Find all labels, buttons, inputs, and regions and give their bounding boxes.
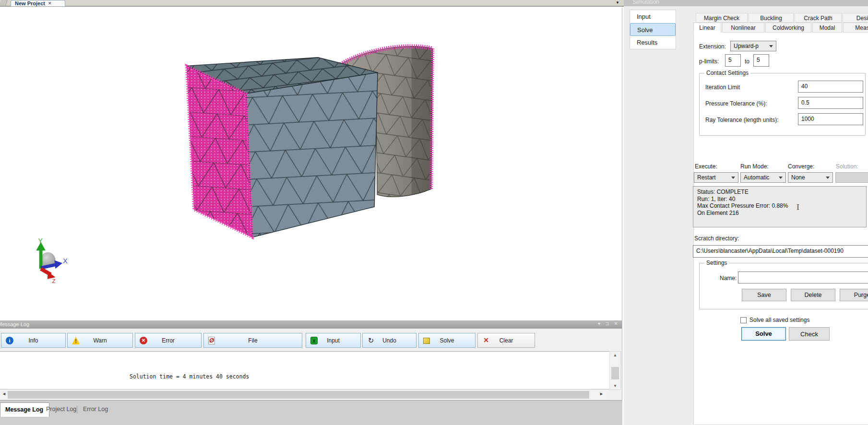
tab-design[interactable]: Design [843, 13, 868, 23]
clear-log-button[interactable]: ✕ Clear [477, 333, 535, 348]
warn-filter-button[interactable]: ! Warn [67, 333, 133, 348]
delete-settings-button[interactable]: Delete [791, 289, 835, 301]
pressure-tolerance-label: Pressure Tolerance (%): [705, 100, 767, 107]
save-settings-button[interactable]: Save [742, 289, 786, 301]
converge-dropdown[interactable]: None [788, 172, 833, 183]
cube-contact-face[interactable] [187, 66, 252, 237]
check-button[interactable]: Check [789, 327, 830, 341]
solve-log-button[interactable]: Solve [418, 333, 476, 348]
analysis-tab-row-2: Linear Nonlinear Coldworking Modal Meas [693, 23, 868, 33]
run-mode-label: Run Mode: [740, 163, 769, 170]
tab-modal[interactable]: Modal [812, 23, 842, 33]
panel-close-icon[interactable]: ✕ [614, 321, 618, 326]
settings-group: Settings Name: Save Delete Purge [699, 263, 868, 309]
message-log-titlebar[interactable]: Message Log ▾ ⊐ ✕ [0, 320, 622, 329]
scroll-down-icon[interactable]: ▼ [610, 384, 620, 388]
p-limit-from-field[interactable]: 5 [725, 54, 741, 67]
button-label: File [248, 337, 257, 344]
solution-dropdown-disabled [835, 172, 868, 183]
tab-margin-check[interactable]: Margin Check [696, 13, 748, 23]
p-limits-label: p-limits: [699, 58, 719, 65]
tab-error-log[interactable]: Error Log [78, 402, 114, 417]
text-cursor-icon: I [797, 203, 799, 212]
button-label: Solve [440, 337, 454, 344]
scroll-left-icon[interactable]: ◄ [2, 391, 6, 396]
settings-name-input[interactable] [738, 272, 868, 283]
solve-button[interactable]: Solve [741, 327, 786, 341]
tab-coldworking[interactable]: Coldworking [765, 23, 811, 33]
log-horizontal-scrollbar[interactable]: ◄ ► [0, 390, 609, 400]
simulation-panel-title: Simulation [632, 0, 659, 5]
execute-label: Execute: [695, 163, 717, 170]
converge-label: Converge: [788, 163, 814, 170]
tab-new-project[interactable]: New Project ✕ [11, 0, 65, 6]
log-line: Solution time = 4 minutes 40 seconds [0, 372, 609, 382]
p-limits-to-label: to [745, 58, 749, 65]
tab-project-log[interactable]: Project Log [41, 402, 82, 417]
p-limit-to-field[interactable]: 5 [753, 54, 769, 67]
tab-crack-path[interactable]: Crack Path [795, 13, 842, 23]
error-icon: ✕ [140, 337, 147, 344]
file-filter-button[interactable]: Ø File [203, 333, 302, 348]
ray-tolerance-label: Ray Tolerance (length units): [705, 117, 779, 123]
button-label: Info [28, 337, 38, 344]
log-output[interactable]: Solution time = 4 minutes 40 seconds Num… [0, 351, 609, 390]
y-axis-label: Y [38, 237, 43, 245]
button-label: Error [162, 337, 175, 344]
model-viewport[interactable]: Y X Z [0, 8, 622, 320]
nav-item-input[interactable]: Input [630, 10, 676, 23]
scrollbar-thumb[interactable] [611, 367, 619, 379]
button-label: Warn [93, 337, 107, 344]
tab-close-icon[interactable]: ✕ [48, 0, 52, 6]
panel-menu-icon[interactable]: ▾ [598, 321, 600, 326]
scroll-up-icon[interactable]: ▲ [610, 353, 620, 357]
tab-overflow-icon[interactable]: ▼ [616, 0, 619, 5]
info-filter-button[interactable]: i Info [1, 333, 66, 348]
iteration-limit-field[interactable]: 40 [798, 81, 863, 93]
application-window: New Project ✕ ▼ [0, 0, 868, 425]
nav-item-solve[interactable]: Solve [630, 23, 676, 36]
iteration-limit-label: Iteration Limit [705, 84, 740, 91]
cube-body-mesh[interactable] [187, 58, 378, 237]
scroll-right-icon[interactable]: ► [599, 391, 604, 396]
run-mode-dropdown[interactable]: Automatic [740, 172, 786, 183]
solve-all-checkbox[interactable] [740, 317, 747, 323]
purge-settings-button[interactable]: Purge [840, 289, 868, 301]
tab-separator [77, 405, 77, 414]
previous-tab-sliver [0, 0, 8, 6]
z-axis-label: Z [52, 278, 56, 284]
tab-buckling[interactable]: Buckling [749, 13, 794, 23]
simulation-panel-titlebar[interactable]: Simulation [624, 0, 868, 6]
document-tab-strip: New Project ✕ ▼ [0, 0, 624, 7]
status-line: On Element 216 [697, 210, 862, 217]
input-filter-button[interactable]: x Input [306, 333, 361, 348]
input-file-icon: x [310, 337, 318, 344]
tab-linear[interactable]: Linear [693, 23, 721, 33]
solution-label: Solution: [836, 163, 858, 170]
solver-status-box[interactable]: Status: COMPLETE Run: 1, Iter: 40 Max Co… [693, 186, 867, 227]
extension-dropdown[interactable]: Upward-p [730, 41, 776, 51]
ray-tolerance-field[interactable]: 1000 [798, 113, 863, 125]
pressure-tolerance-field[interactable]: 0.5 [798, 97, 863, 109]
tab-meas[interactable]: Meas [843, 23, 868, 33]
analysis-tab-row-1: Margin Check Buckling Crack Path Design [696, 13, 868, 23]
log-vertical-scrollbar[interactable]: ▲ ▼ [609, 351, 621, 390]
nav-item-results[interactable]: Results [630, 36, 676, 49]
message-log-toolbar: i Info ! Warn ✕ Error Ø File x Input ↻ U… [0, 329, 622, 351]
execute-dropdown[interactable]: Restart [694, 172, 738, 183]
undo-icon: ↻ [367, 337, 375, 344]
solve-cube-icon [423, 338, 430, 344]
tab-nonlinear[interactable]: Nonlinear [722, 23, 764, 33]
error-filter-button[interactable]: ✕ Error [135, 333, 202, 348]
log-tab-bar: Message Log Project Log Error Log [0, 400, 622, 425]
panel-pin-icon[interactable]: ⊐ [605, 321, 609, 326]
message-log-title: Message Log [0, 321, 29, 327]
status-line: Run: 1, Iter: 40 [697, 196, 862, 203]
mesh-scene: Y X Z [0, 8, 622, 320]
scrollbar-thumb[interactable] [8, 391, 589, 399]
scratch-directory-label: Scratch directory: [694, 235, 739, 242]
simulation-nav: Input Solve Results [630, 10, 676, 49]
undo-button[interactable]: ↻ Undo [362, 333, 416, 348]
simulation-panel: Simulation Input Solve Results Margin Ch… [624, 0, 868, 425]
scratch-directory-field[interactable]: C:\Users\blancaster\AppData\Local\Temp\d… [693, 245, 868, 258]
